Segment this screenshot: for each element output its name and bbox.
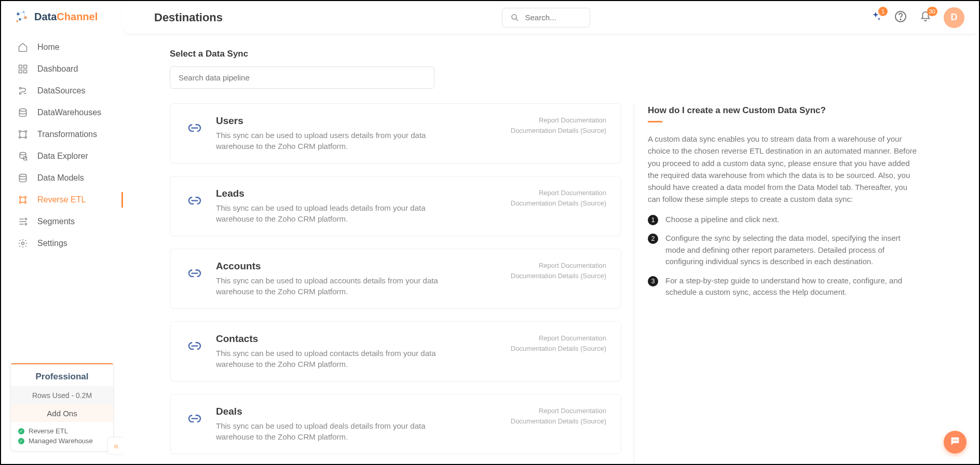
sidebar-item-reverse-etl[interactable]: Reverse ETL [1, 189, 123, 211]
svg-point-4 [17, 20, 19, 22]
documentation-details-link[interactable]: Documentation Details (Source) [482, 416, 606, 427]
svg-point-22 [19, 196, 21, 198]
sidebar-item-segments[interactable]: Segments [1, 211, 123, 232]
sync-card-accounts[interactable]: AccountsThis sync can be used to upload … [170, 249, 621, 309]
sync-card-contacts[interactable]: ContactsThis sync can be used to upload … [170, 321, 621, 381]
search-icon [510, 12, 520, 23]
help-step: 1Choose a pipeline and click next. [648, 214, 920, 226]
svg-point-27 [25, 223, 26, 225]
svg-rect-10 [19, 70, 22, 73]
help-title: How do I create a new Custom Data Sync? [648, 105, 920, 116]
sidebar-item-settings[interactable]: Settings [1, 232, 123, 254]
svg-rect-11 [24, 70, 27, 73]
svg-rect-8 [19, 65, 22, 69]
select-data-sync-heading: Select a Data Sync [170, 49, 979, 59]
sidebar-item-label: Data Explorer [37, 152, 88, 161]
svg-point-28 [22, 242, 24, 245]
documentation-details-link[interactable]: Documentation Details (Source) [482, 344, 606, 354]
svg-rect-9 [24, 65, 27, 69]
link-icon [185, 117, 205, 137]
report-documentation-link[interactable]: Report Documentation [482, 115, 606, 126]
settings-icon [18, 238, 28, 249]
sync-description: This sync can be used to upload users de… [216, 130, 439, 152]
sync-title: Deals [216, 406, 471, 417]
home-icon [18, 42, 28, 52]
sidebar-item-transformations[interactable]: Transformations [1, 124, 123, 145]
plan-addon-item: ✓Reverse ETL [18, 426, 106, 436]
documentation-details-link[interactable]: Documentation Details (Source) [482, 198, 606, 209]
check-icon: ✓ [18, 438, 24, 444]
pipeline-search-input[interactable] [170, 66, 434, 89]
help-paragraph: A custom data sync enables you to stream… [648, 133, 920, 206]
documentation-details-link[interactable]: Documentation Details (Source) [482, 271, 606, 281]
help-button[interactable] [894, 11, 907, 24]
svg-point-16 [25, 131, 26, 132]
sidebar-item-dashboard[interactable]: Dashboard [1, 58, 123, 80]
sync-title: Users [216, 115, 471, 127]
svg-point-18 [25, 136, 26, 138]
sidebar-nav: HomeDashboardDataSourcesDataWarehousesTr… [1, 36, 123, 254]
notifications-button[interactable]: 30 [919, 11, 932, 24]
svg-point-13 [19, 92, 21, 94]
plan-card: Professional Rows Used - 0.2M Add Ons ✓R… [10, 363, 114, 452]
notifications-badge: 30 [927, 7, 937, 16]
report-documentation-link[interactable]: Report Documentation [482, 188, 606, 198]
ai-sparkle-button[interactable]: 1 [869, 11, 882, 24]
chat-launcher[interactable] [944, 431, 967, 454]
global-search-input[interactable] [525, 13, 582, 22]
svg-point-25 [24, 201, 26, 203]
help-step: 3For a step-by-step guide to understand … [648, 275, 920, 298]
sidebar-item-label: Reverse ETL [37, 195, 86, 204]
sync-list[interactable]: UsersThis sync can be used to upload use… [170, 103, 627, 464]
sync-title: Leads [216, 188, 471, 199]
svg-point-23 [24, 196, 26, 198]
documentation-details-link[interactable]: Documentation Details (Source) [482, 126, 606, 136]
step-number-icon: 3 [648, 276, 658, 286]
sidebar-item-datawarehouses[interactable]: DataWarehouses [1, 102, 123, 124]
link-icon [185, 335, 205, 355]
plan-addons-header[interactable]: Add Ons [11, 405, 113, 422]
sync-title: Accounts [216, 261, 471, 272]
avatar[interactable]: D [944, 7, 964, 28]
avatar-letter: D [951, 12, 958, 23]
report-documentation-link[interactable]: Report Documentation [482, 406, 606, 416]
svg-point-33 [953, 440, 954, 441]
svg-point-29 [512, 15, 516, 19]
report-documentation-link[interactable]: Report Documentation [482, 333, 606, 344]
sync-card-deals[interactable]: DealsThis sync can be used to upload dea… [170, 394, 621, 454]
link-icon [185, 263, 205, 282]
global-search[interactable] [502, 8, 590, 28]
svg-point-12 [19, 87, 21, 89]
transformations-icon [18, 129, 28, 140]
check-icon: ✓ [18, 428, 24, 434]
sidebar-item-label: DataSources [37, 86, 86, 95]
brand-logo[interactable]: DataChannel [1, 1, 123, 36]
sync-card-users[interactable]: UsersThis sync can be used to upload use… [170, 103, 621, 163]
plan-usage: Rows Used - 0.2M [11, 386, 113, 405]
main: Destinations 1 [123, 1, 979, 464]
sidebar: DataChannel HomeDashboardDataSourcesData… [1, 1, 123, 464]
help-steps: 1Choose a pipeline and click next.2Confi… [648, 214, 920, 298]
sidebar-item-home[interactable]: Home [1, 36, 123, 58]
sync-card-leads[interactable]: LeadsThis sync can be used to upload lea… [170, 176, 621, 236]
sidebar-item-label: Dashboard [37, 64, 78, 74]
reverse-etl-icon [18, 195, 28, 205]
sidebar-item-data-models[interactable]: Data Models [1, 167, 123, 189]
datasources-icon [18, 86, 28, 96]
sidebar-item-datasources[interactable]: DataSources [1, 80, 123, 102]
chevron-double-left-icon: « [114, 441, 119, 452]
brand-mark-icon [15, 9, 29, 24]
sparkle-badge: 1 [878, 7, 888, 16]
report-documentation-link[interactable]: Report Documentation [482, 261, 606, 271]
help-accent-rule [648, 121, 662, 122]
svg-point-24 [19, 201, 21, 203]
sidebar-item-data-explorer[interactable]: Data Explorer [1, 145, 123, 167]
step-number-icon: 1 [648, 215, 658, 225]
sidebar-collapse-button[interactable]: « [107, 437, 125, 455]
data-explorer-icon [18, 151, 28, 161]
svg-point-15 [19, 131, 21, 132]
svg-point-34 [955, 440, 956, 441]
link-icon [185, 190, 205, 210]
brand-text: DataChannel [34, 11, 98, 23]
svg-point-32 [900, 19, 901, 20]
